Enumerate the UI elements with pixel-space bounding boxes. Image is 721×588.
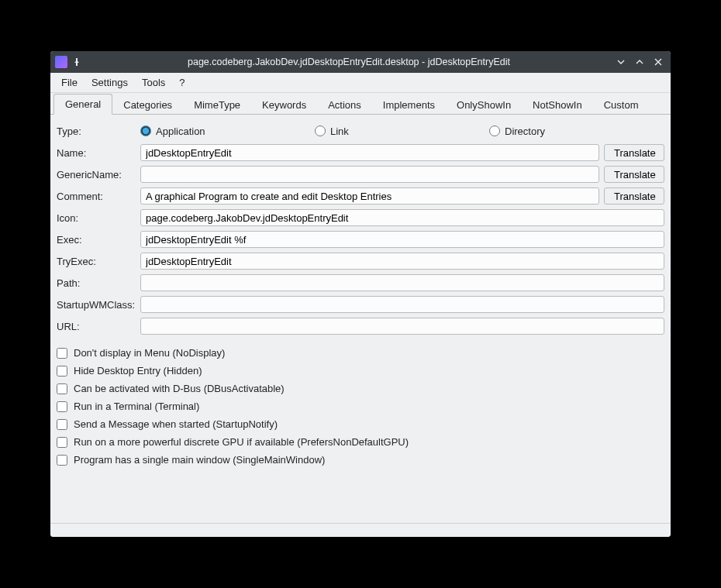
- input-genericname[interactable]: [140, 166, 599, 183]
- menu-tools[interactable]: Tools: [136, 74, 171, 91]
- check-input-startupnotify[interactable]: [57, 419, 67, 430]
- pin-icon[interactable]: [72, 57, 81, 67]
- checkbox-list: Don't display in Menu (NoDisplay) Hide D…: [57, 344, 664, 469]
- radio-input-link[interactable]: [315, 126, 326, 136]
- input-comment[interactable]: [140, 187, 599, 205]
- menu-file[interactable]: File: [55, 74, 84, 91]
- radio-directory[interactable]: Directory: [489, 126, 545, 137]
- type-radio-group: Application Link Directory: [140, 126, 664, 137]
- radio-application[interactable]: Application: [140, 126, 315, 137]
- translate-genericname-button[interactable]: Translate: [604, 166, 664, 183]
- check-label-dbus: Can be activated with D-Bus (DBusActivat…: [74, 383, 285, 394]
- radio-label-application: Application: [156, 126, 205, 137]
- row-path: Path:: [57, 274, 664, 291]
- row-url: URL:: [57, 318, 664, 335]
- check-input-hidden[interactable]: [57, 366, 67, 377]
- input-icon[interactable]: [140, 209, 664, 226]
- check-label-nodisplay: Don't display in Menu (NoDisplay): [74, 347, 225, 359]
- check-label-terminal: Run in a Terminal (Terminal): [74, 401, 199, 412]
- label-exec: Exec:: [57, 234, 140, 246]
- translate-name-button[interactable]: Translate: [604, 144, 664, 161]
- menu-settings[interactable]: Settings: [85, 74, 134, 91]
- check-label-startupnotify: Send a Message when started (StartupNoti…: [74, 418, 278, 430]
- radio-label-directory: Directory: [505, 126, 545, 137]
- check-input-terminal[interactable]: [57, 401, 67, 412]
- maximize-button[interactable]: [635, 57, 644, 67]
- app-window: page.codeberg.JakobDev.jdDesktopEntryEdi…: [50, 51, 671, 537]
- tab-general[interactable]: General: [53, 94, 112, 115]
- window-controls: [616, 57, 666, 67]
- radio-link[interactable]: Link: [315, 126, 489, 137]
- tab-notshowin[interactable]: NotShowIn: [522, 95, 593, 115]
- close-button[interactable]: [654, 57, 663, 67]
- row-genericname: GenericName: Translate: [57, 166, 664, 183]
- tab-mimetype[interactable]: MimeType: [183, 95, 251, 115]
- label-path: Path:: [57, 277, 140, 289]
- check-input-dbus[interactable]: [57, 383, 67, 394]
- titlebar[interactable]: page.codeberg.JakobDev.jdDesktopEntryEdi…: [50, 51, 671, 73]
- tab-keywords[interactable]: Keywords: [251, 95, 317, 115]
- row-type: Type: Application Link Directory: [57, 122, 664, 139]
- statusbar: [50, 523, 671, 537]
- tabbar: General Categories MimeType Keywords Act…: [50, 93, 671, 115]
- menu-help[interactable]: ?: [173, 74, 191, 91]
- row-exec: Exec:: [57, 231, 664, 248]
- radio-input-directory[interactable]: [489, 126, 500, 136]
- check-input-nodisplay[interactable]: [57, 348, 67, 359]
- row-name: Name: Translate: [57, 144, 664, 161]
- check-hidden[interactable]: Hide Desktop Entry (Hidden): [57, 362, 664, 380]
- row-startupwmclass: StartupWMClass:: [57, 296, 664, 313]
- input-path[interactable]: [140, 274, 664, 291]
- check-input-singlemain[interactable]: [57, 455, 67, 466]
- tab-categories[interactable]: Categories: [112, 95, 183, 115]
- check-label-prefersgpu: Run on a more powerful discrete GPU if a…: [74, 436, 409, 448]
- check-dbus[interactable]: Can be activated with D-Bus (DBusActivat…: [57, 380, 664, 397]
- label-icon: Icon:: [57, 212, 140, 224]
- app-icon: [55, 56, 67, 68]
- check-prefersgpu[interactable]: Run on a more powerful discrete GPU if a…: [57, 433, 664, 451]
- menubar: File Settings Tools ?: [50, 73, 671, 93]
- check-label-hidden: Hide Desktop Entry (Hidden): [74, 365, 202, 377]
- input-url[interactable]: [140, 318, 664, 335]
- tab-onlyshowin[interactable]: OnlyShowIn: [446, 95, 522, 115]
- row-icon: Icon:: [57, 209, 664, 226]
- tab-actions[interactable]: Actions: [317, 95, 372, 115]
- label-type: Type:: [57, 126, 140, 137]
- label-startupwmclass: StartupWMClass:: [57, 299, 140, 311]
- check-label-singlemain: Program has a single main window (Single…: [74, 454, 325, 466]
- label-tryexec: TryExec:: [57, 256, 140, 267]
- label-name: Name:: [57, 147, 140, 159]
- tab-implements[interactable]: Implements: [372, 95, 446, 115]
- input-startupwmclass[interactable]: [140, 296, 664, 313]
- check-input-prefersgpu[interactable]: [57, 437, 67, 448]
- label-comment: Comment:: [57, 191, 140, 202]
- radio-input-application[interactable]: [140, 126, 151, 136]
- input-exec[interactable]: [140, 231, 664, 248]
- label-genericname: GenericName:: [57, 169, 140, 181]
- translate-comment-button[interactable]: Translate: [604, 187, 664, 205]
- check-startupnotify[interactable]: Send a Message when started (StartupNoti…: [57, 415, 664, 433]
- input-name[interactable]: [140, 144, 599, 161]
- tab-custom[interactable]: Custom: [593, 95, 650, 115]
- row-comment: Comment: Translate: [57, 187, 664, 205]
- check-singlemain[interactable]: Program has a single main window (Single…: [57, 451, 664, 469]
- tab-content-general: Type: Application Link Directory Name:: [50, 115, 671, 523]
- check-terminal[interactable]: Run in a Terminal (Terminal): [57, 397, 664, 415]
- radio-label-link: Link: [330, 126, 349, 137]
- row-tryexec: TryExec:: [57, 253, 664, 270]
- window-title: page.codeberg.JakobDev.jdDesktopEntryEdi…: [86, 57, 612, 67]
- input-tryexec[interactable]: [140, 253, 664, 270]
- minimize-button[interactable]: [616, 57, 626, 67]
- check-nodisplay[interactable]: Don't display in Menu (NoDisplay): [57, 344, 664, 362]
- label-url: URL:: [57, 321, 140, 332]
